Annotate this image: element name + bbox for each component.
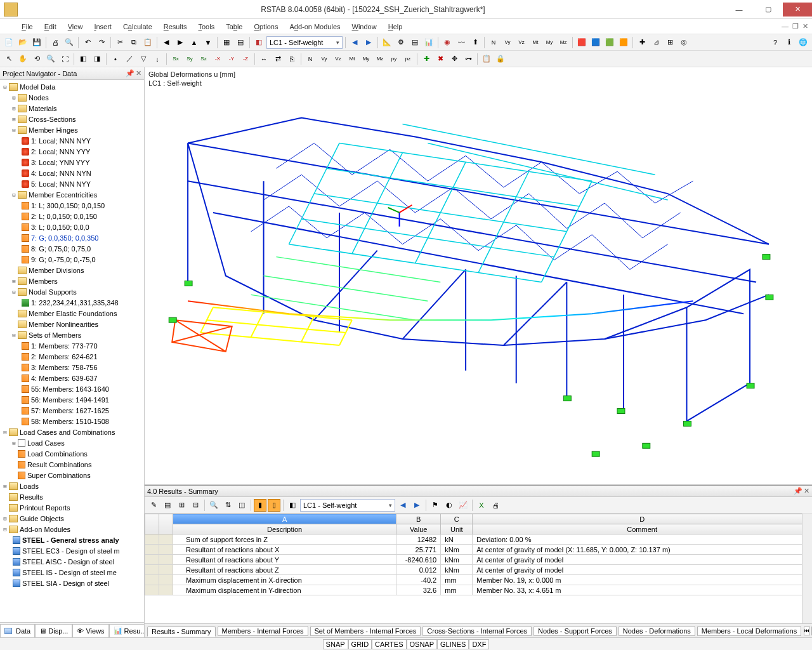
tree-hinge-2[interactable]: 3: Local; YNN YYY bbox=[1, 157, 144, 168]
results-pin-icon[interactable]: 📌 bbox=[794, 487, 802, 495]
restab-5[interactable]: Nodes - Deformations bbox=[619, 626, 695, 636]
tree-hinge-1[interactable]: 2: Local; NNN YYY bbox=[1, 146, 144, 157]
menu-file[interactable]: File bbox=[16, 22, 38, 32]
res-next-icon[interactable]: ▶ bbox=[410, 499, 423, 512]
menu-window[interactable]: Window bbox=[347, 22, 382, 32]
menu-options[interactable]: Options bbox=[249, 22, 283, 32]
tree-addon-4[interactable]: STEEL SIA - Design of steel bbox=[1, 578, 144, 588]
tool-a-icon[interactable]: ✚ bbox=[636, 36, 648, 49]
rMt-icon[interactable]: Mt bbox=[529, 36, 542, 49]
res-print-icon[interactable]: 🖨 bbox=[489, 499, 502, 512]
3d-viewport[interactable]: Global Deformations u [mm] LC1 : Self-we… bbox=[145, 67, 812, 485]
tree-model-data[interactable]: ⊟Model Data bbox=[1, 81, 144, 92]
tree-ecc-0[interactable]: 1: L; 300,0,150; 0,0,150 bbox=[1, 200, 144, 211]
status-grid[interactable]: GRID bbox=[348, 639, 372, 649]
status-glines[interactable]: GLINES bbox=[437, 639, 469, 649]
res-graph-icon[interactable]: 📈 bbox=[457, 499, 469, 512]
tree-addon[interactable]: ⊟Add-on Modules bbox=[1, 524, 144, 534]
lock-icon[interactable]: 🔒 bbox=[494, 53, 507, 65]
results-row-1[interactable]: Resultant of reactions about X 25.771kNm… bbox=[145, 545, 812, 555]
rMy-icon[interactable]: My bbox=[543, 36, 556, 49]
axis-xyn-icon[interactable]: -Y bbox=[225, 53, 238, 65]
axis-xzn-icon[interactable]: -Z bbox=[239, 53, 252, 65]
col-comment[interactable]: Comment bbox=[473, 524, 812, 534]
res-excel-icon[interactable]: X bbox=[475, 499, 488, 512]
del-icon[interactable]: ✖ bbox=[434, 53, 447, 65]
nav-back-icon[interactable]: ◀ bbox=[160, 36, 173, 49]
r2-Mz-icon[interactable]: Mz bbox=[374, 53, 386, 65]
new-load-icon[interactable]: ↓ bbox=[151, 53, 164, 65]
tool-d-icon[interactable]: ◎ bbox=[678, 36, 690, 49]
r2-Vy-icon[interactable]: Vy bbox=[318, 53, 331, 65]
restab-first-icon[interactable]: ⏮ bbox=[804, 627, 810, 635]
r2-pz-icon[interactable]: pz bbox=[402, 53, 414, 65]
results-row-3[interactable]: Resultant of reactions about Z 0.012kNmA… bbox=[145, 565, 812, 575]
arrow-right-blue-icon[interactable]: ▶ bbox=[362, 36, 375, 49]
restab-6[interactable]: Members - Local Deformations bbox=[697, 626, 801, 636]
rotate-icon[interactable]: ⟲ bbox=[30, 53, 43, 65]
tool-b-icon[interactable]: ⊿ bbox=[650, 36, 662, 49]
nav-fwd-icon[interactable]: ▶ bbox=[174, 36, 187, 49]
tree-addon-1[interactable]: STEEL EC3 - Design of steel m bbox=[1, 545, 144, 556]
layers-icon[interactable]: ▤ bbox=[234, 36, 247, 49]
module4-icon[interactable]: 🟧 bbox=[617, 36, 630, 49]
view-iso-icon[interactable]: ◧ bbox=[77, 53, 89, 65]
tree-addon-3[interactable]: STEEL IS - Design of steel me bbox=[1, 567, 144, 578]
tree-ecc-5[interactable]: 9: G; 0,-75,0; 0,-75,0 bbox=[1, 254, 144, 265]
tree-set-6[interactable]: 57: Members: 1627-1625 bbox=[1, 405, 144, 416]
grid-icon[interactable]: ▦ bbox=[220, 36, 233, 49]
mirror-icon[interactable]: ⇄ bbox=[272, 53, 284, 65]
tree-guide[interactable]: ⊞Guide Objects bbox=[1, 513, 144, 524]
tree-elastic-found[interactable]: Member Elastic Foundations bbox=[1, 308, 144, 319]
tree-set-5[interactable]: 56: Members: 1494-1491 bbox=[1, 394, 144, 405]
window-minimize[interactable]: — bbox=[724, 3, 754, 17]
view-persp-icon[interactable]: ◨ bbox=[91, 53, 103, 65]
res-select-icon[interactable]: ◫ bbox=[235, 499, 248, 512]
tree-addon-2[interactable]: STEEL AISC - Design of steel bbox=[1, 556, 144, 567]
tree-load-comb[interactable]: Load Combinations bbox=[1, 448, 144, 459]
new-member-icon[interactable]: ／ bbox=[123, 53, 136, 65]
r2-py-icon[interactable]: py bbox=[388, 53, 400, 65]
status-dxf[interactable]: DXF bbox=[469, 639, 489, 649]
tree-addon-0[interactable]: STEEL - General stress analy bbox=[1, 534, 144, 545]
col-unit[interactable]: Unit bbox=[441, 524, 473, 534]
about-icon[interactable]: ℹ bbox=[783, 36, 796, 49]
tree-set-3[interactable]: 4: Members: 639-637 bbox=[1, 373, 144, 383]
tree-hinge-4[interactable]: 5: Local; NNN NYY bbox=[1, 178, 144, 189]
results-loadcase-combo[interactable]: LC1 - Self-weight bbox=[300, 499, 395, 512]
tree-set-4[interactable]: 55: Members: 1643-1640 bbox=[1, 383, 144, 394]
col-A[interactable]: A bbox=[173, 514, 396, 524]
rVz-icon[interactable]: Vz bbox=[515, 36, 528, 49]
table-icon[interactable]: ▤ bbox=[409, 36, 421, 49]
zoomfit-icon[interactable]: ⛶ bbox=[58, 53, 71, 65]
tree-hinge-0[interactable]: 1: Local; NNN NYY bbox=[1, 135, 144, 146]
arrow-left-blue-icon[interactable]: ◀ bbox=[348, 36, 361, 49]
menu-insert[interactable]: Insert bbox=[89, 22, 117, 32]
paste-icon[interactable]: 📋 bbox=[141, 36, 154, 49]
nav-pin-icon[interactable]: 📌 bbox=[126, 69, 134, 77]
tree-ecc-3[interactable]: 7: G; 0,0,350; 0,0,350 bbox=[1, 232, 144, 243]
tree-result-comb[interactable]: Result Combinations bbox=[1, 459, 144, 470]
results-row-5[interactable]: Maximum displacement in Y-direction 32.6… bbox=[145, 585, 812, 595]
axis-sx-icon[interactable]: Sx bbox=[169, 53, 182, 65]
restab-4[interactable]: Nodes - Support Forces bbox=[534, 626, 617, 636]
calc-icon[interactable]: 📐 bbox=[381, 36, 393, 49]
tree-nonlin[interactable]: Member Nonlinearities bbox=[1, 319, 144, 329]
save-icon[interactable]: 💾 bbox=[30, 36, 43, 49]
res-insert-icon[interactable]: ⊞ bbox=[175, 499, 188, 512]
module2-icon[interactable]: 🟦 bbox=[589, 36, 602, 49]
navtab-display[interactable]: 🖥Disp... bbox=[35, 624, 72, 638]
restab-3[interactable]: Cross-Sections - Internal Forces bbox=[422, 626, 532, 636]
tree-member-div[interactable]: Member Divisions bbox=[1, 265, 144, 275]
copy2-icon[interactable]: ⎘ bbox=[285, 53, 298, 65]
help-icon[interactable]: ? bbox=[769, 36, 782, 49]
pan-icon[interactable]: ✋ bbox=[16, 53, 29, 65]
res-edit-icon[interactable]: ✎ bbox=[147, 499, 160, 512]
axis-sz-icon[interactable]: Sz bbox=[197, 53, 210, 65]
results-row-2[interactable]: Resultant of reactions about Y -8240.610… bbox=[145, 555, 812, 565]
col-D[interactable]: D bbox=[473, 514, 812, 524]
res-sort-icon[interactable]: ⇅ bbox=[221, 499, 234, 512]
tree-printout[interactable]: Printout Reports bbox=[1, 502, 144, 513]
tree-super-comb[interactable]: Super Combinations bbox=[1, 470, 144, 481]
preview-icon[interactable]: 🔍 bbox=[63, 36, 75, 49]
